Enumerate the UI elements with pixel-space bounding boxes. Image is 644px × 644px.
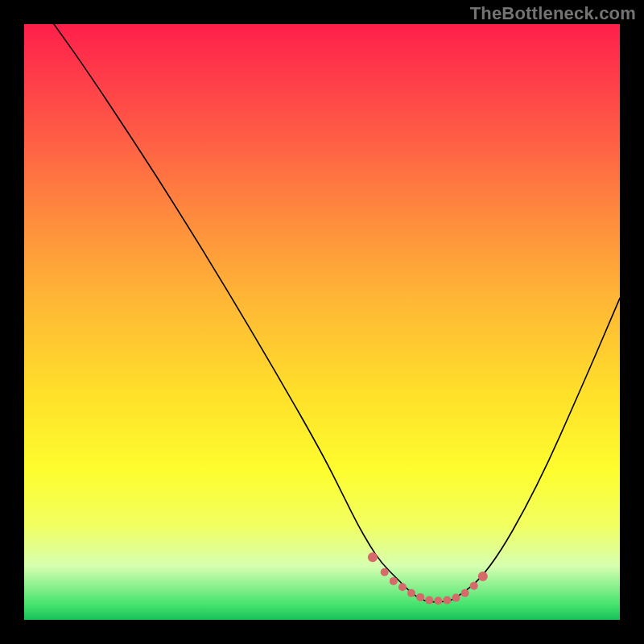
plot-area xyxy=(24,24,620,620)
optimal-dot xyxy=(416,593,424,601)
optimal-dot xyxy=(452,594,460,602)
optimal-dot xyxy=(407,589,415,597)
optimal-dot xyxy=(381,568,389,576)
chart-frame: TheBottleneck.com xyxy=(0,0,644,644)
optimal-dot xyxy=(390,577,398,585)
optimal-dot xyxy=(398,583,407,591)
optimal-dot xyxy=(425,597,433,605)
optimal-dot xyxy=(461,589,469,597)
curve-layer xyxy=(24,24,620,620)
bottleneck-curve xyxy=(54,24,620,602)
optimal-dot xyxy=(434,597,442,605)
optimal-dot xyxy=(443,597,451,605)
optimal-dot xyxy=(478,572,488,581)
optimal-dot xyxy=(470,582,478,590)
optimal-band xyxy=(368,552,488,605)
watermark-text: TheBottleneck.com xyxy=(470,3,636,24)
optimal-dot xyxy=(368,552,378,562)
